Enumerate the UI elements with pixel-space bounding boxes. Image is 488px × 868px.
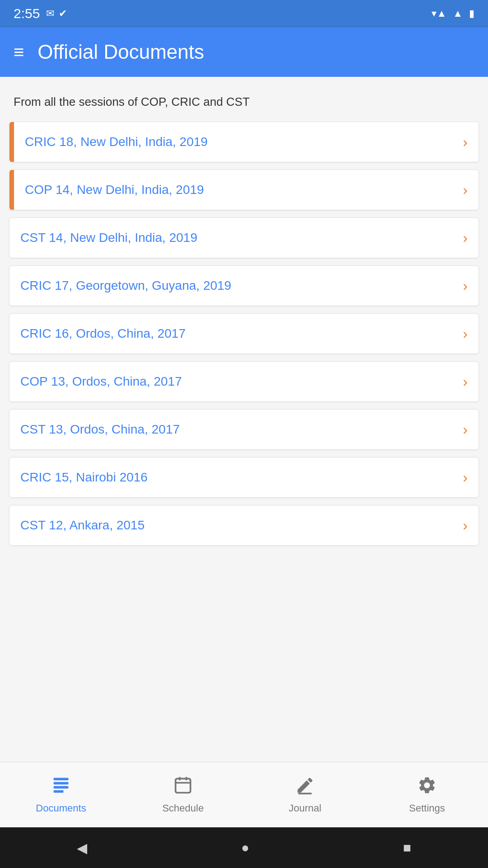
svg-rect-2 bbox=[54, 786, 69, 789]
chevron-right-icon: › bbox=[463, 182, 479, 198]
settings-icon bbox=[417, 775, 437, 800]
documents-icon bbox=[51, 775, 71, 800]
battery-icon: ▮ bbox=[469, 8, 474, 19]
journal-icon bbox=[295, 775, 315, 800]
nav-item-schedule[interactable]: Schedule bbox=[122, 775, 244, 814]
nav-item-documents[interactable]: Documents bbox=[0, 775, 122, 814]
list-item[interactable]: CST 12, Ankara, 2015› bbox=[9, 505, 479, 546]
chevron-right-icon: › bbox=[463, 326, 479, 342]
list-item[interactable]: CST 13, Ordos, China, 2017› bbox=[9, 409, 479, 450]
svg-rect-1 bbox=[54, 782, 69, 785]
hamburger-icon[interactable]: ≡ bbox=[14, 42, 24, 62]
svg-rect-3 bbox=[54, 790, 64, 793]
svg-rect-4 bbox=[176, 778, 191, 793]
chevron-right-icon: › bbox=[463, 469, 479, 486]
list-item[interactable]: CRIC 16, Ordos, China, 2017› bbox=[9, 313, 479, 354]
list-item-label: COP 13, Ordos, China, 2017 bbox=[9, 362, 463, 401]
chevron-right-icon: › bbox=[463, 134, 479, 151]
main-content: From all the sessions of COP, CRIC and C… bbox=[0, 77, 488, 762]
bottom-nav: Documents Schedule Journal Settings bbox=[0, 762, 488, 827]
nav-item-settings[interactable]: Settings bbox=[366, 775, 488, 814]
status-right: ▾▲ ▲ ▮ bbox=[432, 8, 474, 19]
list-item[interactable]: COP 14, New Delhi, India, 2019› bbox=[9, 170, 479, 210]
chevron-right-icon: › bbox=[463, 230, 479, 246]
documents-label: Documents bbox=[36, 802, 86, 814]
list-item[interactable]: CRIC 17, Georgetown, Guyana, 2019› bbox=[9, 265, 479, 306]
journal-label: Journal bbox=[289, 802, 321, 814]
chevron-right-icon: › bbox=[463, 278, 479, 294]
recent-button[interactable]: ■ bbox=[403, 840, 411, 855]
signal-icon: ▲ bbox=[453, 8, 463, 19]
subtitle-text: From all the sessions of COP, CRIC and C… bbox=[9, 86, 479, 122]
sys-nav: ◀ ● ■ bbox=[0, 827, 488, 868]
list-item-label: COP 14, New Delhi, India, 2019 bbox=[14, 170, 463, 210]
list-item-label: CRIC 17, Georgetown, Guyana, 2019 bbox=[9, 266, 463, 306]
app-title: Official Documents bbox=[38, 41, 204, 63]
accent-bar bbox=[9, 170, 14, 210]
status-time: 2:55 bbox=[14, 6, 40, 21]
chevron-right-icon: › bbox=[463, 421, 479, 438]
schedule-icon bbox=[173, 775, 193, 800]
list-item-label: CST 12, Ankara, 2015 bbox=[9, 505, 463, 545]
svg-rect-0 bbox=[54, 778, 69, 781]
check-icon: ✔ bbox=[59, 8, 67, 19]
list-item-label: CST 14, New Delhi, India, 2019 bbox=[9, 218, 463, 258]
list-item[interactable]: COP 13, Ordos, China, 2017› bbox=[9, 361, 479, 402]
status-icons: ✉ ✔ bbox=[46, 8, 67, 19]
app-bar: ≡ Official Documents bbox=[0, 27, 488, 77]
list-item-label: CRIC 18, New Delhi, India, 2019 bbox=[14, 122, 463, 162]
settings-label: Settings bbox=[409, 802, 445, 814]
back-button[interactable]: ◀ bbox=[77, 840, 87, 856]
mail-icon: ✉ bbox=[46, 8, 54, 19]
list-item-label: CST 13, Ordos, China, 2017 bbox=[9, 410, 463, 449]
list-item[interactable]: CRIC 18, New Delhi, India, 2019› bbox=[9, 122, 479, 162]
list-item-label: CRIC 16, Ordos, China, 2017 bbox=[9, 314, 463, 354]
list-item[interactable]: CRIC 15, Nairobi 2016› bbox=[9, 457, 479, 498]
chevron-right-icon: › bbox=[463, 373, 479, 390]
wifi-icon: ▾▲ bbox=[432, 8, 446, 19]
status-left: 2:55 ✉ ✔ bbox=[14, 6, 67, 21]
status-bar: 2:55 ✉ ✔ ▾▲ ▲ ▮ bbox=[0, 0, 488, 27]
document-list: CRIC 18, New Delhi, India, 2019›COP 14, … bbox=[9, 122, 479, 546]
list-item[interactable]: CST 14, New Delhi, India, 2019› bbox=[9, 217, 479, 258]
home-button[interactable]: ● bbox=[241, 840, 249, 855]
accent-bar bbox=[9, 122, 14, 162]
chevron-right-icon: › bbox=[463, 517, 479, 534]
nav-item-journal[interactable]: Journal bbox=[244, 775, 366, 814]
list-item-label: CRIC 15, Nairobi 2016 bbox=[9, 458, 463, 497]
schedule-label: Schedule bbox=[162, 802, 204, 814]
